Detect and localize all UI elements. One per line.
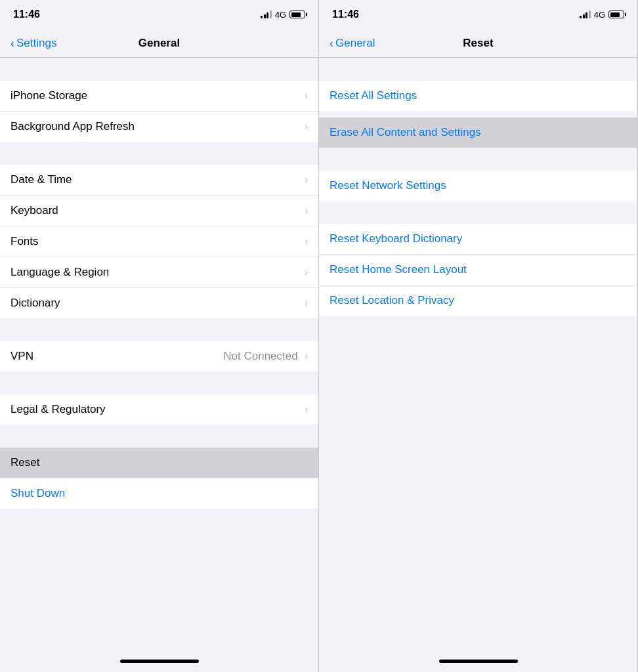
vpn-value: Not Connected <box>223 350 297 363</box>
right-group-2: Erase All Content and Settings <box>319 117 637 148</box>
date-time-label: Date & Time <box>11 173 72 186</box>
right-section-gap-1 <box>319 111 637 117</box>
reset-location-privacy-item[interactable]: Reset Location & Privacy <box>319 285 637 316</box>
reset-network-settings-item[interactable]: Reset Network Settings <box>319 171 637 201</box>
right-back-button[interactable]: ‹ General <box>324 32 380 55</box>
right-home-bar <box>439 660 518 663</box>
iphone-storage-right: › <box>305 90 308 102</box>
right-group-4: Reset Keyboard Dictionary Reset Home Scr… <box>319 224 637 316</box>
left-group-5: Reset › Shut Down <box>0 448 318 509</box>
right-network-label: 4G <box>594 10 605 20</box>
right-status-bar: 11:46 4G <box>319 0 637 29</box>
left-section-gap-0 <box>0 58 318 81</box>
legal-regulatory-label: Legal & Regulatory <box>11 403 106 416</box>
keyboard-right: › <box>305 205 308 217</box>
left-nav-bar: ‹ Settings General <box>0 29 318 58</box>
shut-down-label: Shut Down <box>11 487 65 500</box>
keyboard-item[interactable]: Keyboard › <box>0 196 318 226</box>
reset-right: › <box>305 457 308 469</box>
reset-keyboard-dictionary-item[interactable]: Reset Keyboard Dictionary <box>319 224 637 255</box>
reset-item[interactable]: Reset › <box>0 448 318 478</box>
right-section-gap-2 <box>319 148 637 171</box>
right-section-gap-0 <box>319 58 637 81</box>
legal-regulatory-chevron-icon: › <box>305 404 308 415</box>
right-status-icons: 4G <box>580 10 624 20</box>
right-section-gap-4 <box>319 316 637 339</box>
shut-down-item[interactable]: Shut Down <box>0 478 318 509</box>
left-phone-panel: 11:46 4G ‹ Settings General <box>0 0 319 672</box>
left-status-icons: 4G <box>261 10 305 20</box>
right-nav-bar: ‹ General Reset <box>319 29 637 58</box>
date-time-right: › <box>305 174 308 186</box>
battery-icon <box>289 10 305 18</box>
left-group-2: Date & Time › Keyboard › Fonts › Languag… <box>0 165 318 318</box>
right-group-1: Reset All Settings <box>319 81 637 111</box>
left-time: 11:46 <box>13 9 40 20</box>
left-group-4: Legal & Regulatory › <box>0 394 318 425</box>
left-section-gap-1 <box>0 142 318 165</box>
right-nav-title: Reset <box>463 37 493 50</box>
right-content: Reset All Settings Erase All Content and… <box>319 58 637 650</box>
left-section-gap-2 <box>0 318 318 341</box>
left-home-indicator <box>0 650 318 672</box>
reset-keyboard-dictionary-label: Reset Keyboard Dictionary <box>330 232 462 245</box>
right-section-gap-3 <box>319 201 637 224</box>
legal-regulatory-item[interactable]: Legal & Regulatory › <box>0 394 318 425</box>
reset-all-settings-label: Reset All Settings <box>330 89 417 102</box>
reset-home-screen-layout-item[interactable]: Reset Home Screen Layout <box>319 255 637 285</box>
left-home-bar <box>120 660 199 663</box>
reset-label: Reset <box>11 456 39 469</box>
dictionary-item[interactable]: Dictionary › <box>0 288 318 318</box>
right-back-label: General <box>335 37 375 50</box>
reset-location-privacy-label: Reset Location & Privacy <box>330 294 454 307</box>
vpn-right: Not Connected › <box>223 350 308 363</box>
fonts-item[interactable]: Fonts › <box>0 226 318 257</box>
iphone-storage-label: iPhone Storage <box>11 89 87 102</box>
background-app-refresh-chevron-icon: › <box>305 121 308 133</box>
iphone-storage-item[interactable]: iPhone Storage › <box>0 81 318 112</box>
legal-regulatory-right: › <box>305 404 308 415</box>
language-region-label: Language & Region <box>11 266 109 279</box>
dictionary-label: Dictionary <box>11 297 60 310</box>
right-battery-icon <box>608 10 624 18</box>
dictionary-chevron-icon: › <box>305 297 308 309</box>
left-back-button[interactable]: ‹ Settings <box>5 32 62 55</box>
network-label: 4G <box>275 10 286 20</box>
date-time-item[interactable]: Date & Time › <box>0 165 318 196</box>
left-nav-title: General <box>138 37 180 50</box>
date-time-chevron-icon: › <box>305 174 308 186</box>
left-section-gap-5 <box>0 509 318 532</box>
fonts-chevron-icon: › <box>305 236 308 247</box>
fonts-label: Fonts <box>11 235 39 248</box>
left-group-1: iPhone Storage › Background App Refresh … <box>0 81 318 142</box>
left-back-label: Settings <box>16 37 56 50</box>
right-home-indicator <box>319 650 637 672</box>
reset-all-settings-item[interactable]: Reset All Settings <box>319 81 637 111</box>
language-region-item[interactable]: Language & Region › <box>0 257 318 288</box>
erase-all-content-item[interactable]: Erase All Content and Settings <box>319 117 637 148</box>
background-app-refresh-item[interactable]: Background App Refresh › <box>0 112 318 142</box>
right-signal-bars-icon <box>580 10 591 18</box>
erase-all-content-label: Erase All Content and Settings <box>330 126 481 139</box>
left-back-chevron-icon: ‹ <box>11 37 14 49</box>
signal-bars-icon <box>261 10 272 18</box>
vpn-chevron-icon: › <box>305 350 308 362</box>
right-group-3: Reset Network Settings <box>319 171 637 201</box>
reset-chevron-icon: › <box>305 457 308 469</box>
vpn-label: VPN <box>11 350 33 363</box>
left-section-gap-4 <box>0 425 318 448</box>
left-content: iPhone Storage › Background App Refresh … <box>0 58 318 650</box>
keyboard-chevron-icon: › <box>305 205 308 217</box>
right-time: 11:46 <box>332 9 359 20</box>
right-phone-panel: 11:46 4G ‹ General Reset <box>319 0 638 672</box>
left-group-3: VPN Not Connected › <box>0 341 318 371</box>
left-section-gap-3 <box>0 371 318 394</box>
dictionary-right: › <box>305 297 308 309</box>
reset-network-settings-label: Reset Network Settings <box>330 179 446 192</box>
keyboard-label: Keyboard <box>11 204 58 217</box>
background-app-refresh-right: › <box>305 121 308 133</box>
reset-home-screen-layout-label: Reset Home Screen Layout <box>330 263 467 276</box>
language-region-right: › <box>305 266 308 278</box>
fonts-right: › <box>305 236 308 247</box>
vpn-item[interactable]: VPN Not Connected › <box>0 341 318 371</box>
